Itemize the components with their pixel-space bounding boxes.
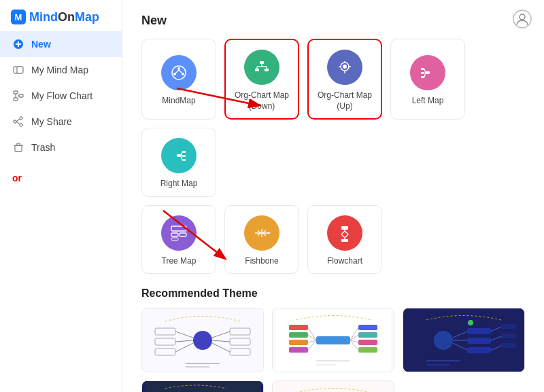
svg-rect-90 bbox=[316, 336, 350, 344]
logo-text: MindOnMap bbox=[29, 10, 99, 24]
svg-marker-67 bbox=[268, 232, 271, 234]
mind-map-icon bbox=[12, 64, 24, 76]
sidebar-item-my-mind-map[interactable]: My Mind Map bbox=[0, 57, 122, 83]
svg-rect-126 bbox=[145, 380, 260, 392]
svg-rect-15 bbox=[15, 145, 22, 152]
svg-rect-102 bbox=[358, 347, 377, 353]
flowchart-tile-label: Flowchart bbox=[327, 256, 362, 267]
new-section-title: New bbox=[141, 14, 525, 28]
svg-point-11 bbox=[20, 124, 22, 126]
svg-rect-7 bbox=[14, 98, 18, 101]
svg-rect-43 bbox=[421, 68, 424, 70]
svg-point-41 bbox=[343, 65, 347, 69]
logo-icon: M bbox=[11, 10, 26, 24]
theme-preview-5 bbox=[273, 380, 394, 392]
svg-line-46 bbox=[424, 69, 426, 73]
sidebar-item-label-mindmap: My Mind Map bbox=[31, 65, 88, 75]
org-chart-up-tile-label: Org-Chart Map (Up) bbox=[314, 90, 375, 111]
sidebar-item-my-share[interactable]: My Share bbox=[0, 109, 122, 135]
right-map-tile-icon bbox=[161, 138, 197, 173]
tile-org-chart-up[interactable]: Org-Chart Map (Up) bbox=[307, 39, 382, 120]
svg-point-111 bbox=[434, 331, 453, 350]
svg-rect-52 bbox=[182, 159, 186, 161]
theme-grid bbox=[141, 308, 525, 392]
tile-mindmap[interactable]: MindMap bbox=[141, 39, 216, 120]
svg-rect-123 bbox=[501, 343, 516, 348]
theme-card-2[interactable] bbox=[272, 308, 394, 372]
svg-rect-58 bbox=[180, 233, 186, 236]
org-chart-down-tile-icon bbox=[244, 50, 279, 85]
svg-point-12 bbox=[14, 120, 16, 123]
mindmap-tile-label: MindMap bbox=[162, 96, 195, 107]
theme-preview-3 bbox=[403, 308, 524, 372]
sidebar-item-my-flow-chart[interactable]: My Flow Chart bbox=[0, 83, 122, 109]
sidebar-item-label-flowchart: My Flow Chart bbox=[31, 90, 92, 101]
org-chart-up-tile-icon bbox=[327, 50, 362, 85]
svg-point-10 bbox=[20, 117, 22, 120]
svg-rect-92 bbox=[289, 332, 308, 338]
tile-left-map[interactable]: Left Map bbox=[390, 39, 465, 120]
svg-rect-91 bbox=[289, 325, 308, 330]
or-label: or bbox=[0, 167, 122, 189]
svg-rect-121 bbox=[501, 334, 516, 338]
svg-rect-45 bbox=[421, 76, 424, 78]
theme-card-5[interactable] bbox=[272, 380, 394, 392]
left-map-tile-label: Left Map bbox=[412, 96, 444, 107]
svg-rect-6 bbox=[19, 94, 23, 97]
theme-card-4[interactable] bbox=[141, 380, 264, 392]
svg-line-26 bbox=[175, 70, 179, 74]
tree-map-tile-icon bbox=[161, 215, 197, 251]
sidebar-item-new[interactable]: New bbox=[0, 31, 122, 57]
sidebar-item-trash[interactable]: Trash bbox=[0, 135, 122, 160]
theme-preview-4 bbox=[142, 380, 263, 392]
flow-chart-icon bbox=[12, 90, 24, 102]
svg-rect-70 bbox=[341, 239, 348, 242]
mindmap-tile-icon bbox=[161, 55, 197, 90]
svg-rect-5 bbox=[14, 91, 18, 94]
tiles-row-2: Tree Map Fishbone Flowchart bbox=[141, 205, 525, 274]
svg-rect-100 bbox=[358, 332, 377, 338]
tile-org-chart-down[interactable]: Org-Chart Map(Down) bbox=[224, 39, 299, 120]
theme-preview-1 bbox=[142, 308, 263, 372]
svg-rect-117 bbox=[467, 347, 491, 353]
tile-tree-map[interactable]: Tree Map bbox=[141, 205, 216, 274]
svg-rect-119 bbox=[501, 324, 516, 329]
fishbone-tile-label: Fishbone bbox=[245, 256, 278, 267]
svg-rect-30 bbox=[255, 69, 259, 71]
svg-rect-93 bbox=[289, 340, 308, 345]
svg-rect-50 bbox=[182, 151, 186, 153]
tile-fishbone[interactable]: Fishbone bbox=[224, 205, 299, 274]
svg-line-27 bbox=[179, 70, 183, 74]
svg-rect-51 bbox=[182, 155, 186, 157]
svg-rect-42 bbox=[426, 71, 430, 74]
svg-rect-115 bbox=[467, 338, 491, 344]
recommended-theme-title: Recommended Theme bbox=[141, 287, 525, 300]
svg-rect-31 bbox=[265, 69, 269, 71]
theme-card-3[interactable] bbox=[403, 308, 525, 372]
svg-rect-57 bbox=[171, 233, 178, 236]
svg-point-110 bbox=[468, 320, 473, 325]
flowchart-tile-icon bbox=[327, 215, 362, 251]
tile-right-map[interactable]: Right Map bbox=[141, 128, 216, 197]
trash-icon bbox=[12, 141, 24, 154]
logo-area: M MindOnMap bbox=[0, 0, 122, 31]
theme-preview-2 bbox=[273, 308, 394, 372]
svg-rect-29 bbox=[260, 61, 264, 64]
theme-card-1[interactable] bbox=[141, 308, 264, 372]
tiles-row-1: MindMap Org-Chart Map(Down) Org-Chart Ma… bbox=[141, 39, 525, 197]
fishbone-tile-icon bbox=[244, 215, 279, 251]
svg-rect-49 bbox=[177, 154, 181, 157]
org-chart-down-tile-label: Org-Chart Map(Down) bbox=[235, 90, 289, 111]
tile-flowchart[interactable]: Flowchart bbox=[307, 205, 382, 274]
svg-rect-3 bbox=[14, 67, 23, 73]
svg-rect-68 bbox=[341, 226, 348, 230]
svg-line-14 bbox=[16, 122, 20, 124]
svg-rect-59 bbox=[171, 238, 178, 240]
content-wrapper: New MindMap Org-Chart Map(Down) bbox=[122, 0, 544, 392]
sidebar-item-label-share: My Share bbox=[31, 116, 72, 127]
svg-rect-56 bbox=[171, 226, 186, 231]
svg-rect-99 bbox=[358, 325, 377, 330]
sidebar-item-label-new: New bbox=[31, 39, 51, 50]
left-map-tile-icon bbox=[410, 55, 445, 90]
sidebar-item-label-trash: Trash bbox=[31, 142, 55, 153]
